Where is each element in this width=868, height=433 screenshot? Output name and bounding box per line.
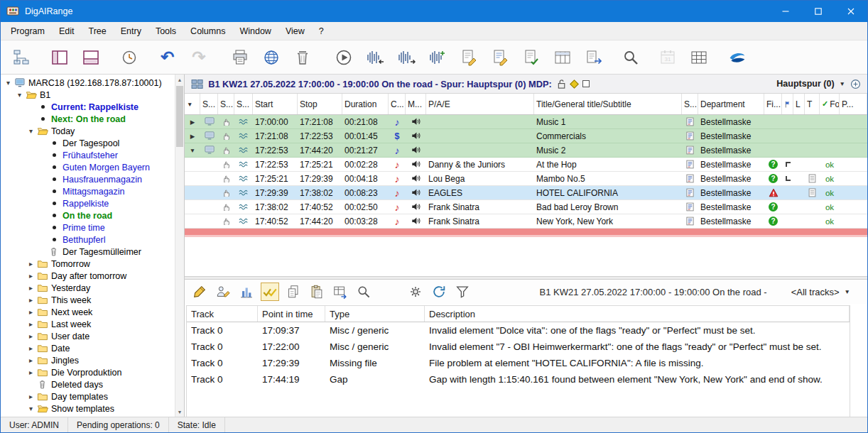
pencil-icon[interactable] <box>190 283 209 301</box>
grid-icon[interactable] <box>688 47 710 68</box>
process-icon[interactable] <box>406 283 425 301</box>
column-header-p[interactable]: P... <box>840 94 867 114</box>
column-header-stop[interactable]: Stop <box>298 94 342 114</box>
column-header-f3[interactable]: T <box>805 94 820 114</box>
unlock-icon[interactable] <box>557 79 566 89</box>
grid-row[interactable]: 17:38:0217:40:5200:02:50♪Frank SinatraBa… <box>185 200 867 214</box>
add-track-icon[interactable] <box>850 79 861 89</box>
paste-icon[interactable] <box>308 283 326 301</box>
tree-item[interactable]: ▸Day templates <box>1 390 175 402</box>
maximize-button[interactable] <box>802 1 835 22</box>
tree-item[interactable]: ▸Date <box>1 342 175 354</box>
wave-in-icon[interactable] <box>364 47 386 68</box>
column-header-c[interactable]: C... <box>389 94 406 114</box>
column-header-fi[interactable]: Fi... <box>764 94 782 114</box>
scroll-up-icon[interactable]: ▲ <box>175 75 184 84</box>
menu-columns[interactable]: Columns <box>183 22 232 40</box>
tree-item[interactable]: Frühaufsteher <box>1 149 175 161</box>
menu-tools[interactable]: Tools <box>148 22 183 40</box>
expander-open-icon[interactable]: ▾ <box>15 91 24 99</box>
wave-out-icon[interactable] <box>396 47 417 68</box>
row-expander-icon[interactable]: ▶ <box>190 133 195 140</box>
expander-closed-icon[interactable]: ▸ <box>26 368 36 376</box>
problems-column-point-in-time[interactable]: Point in time <box>258 306 325 322</box>
search-icon[interactable] <box>620 47 641 68</box>
tree-item[interactable]: Hausfrauenmagazin <box>1 173 175 185</box>
track-selector[interactable]: Hauptspur (0) <box>776 79 834 89</box>
tree-item[interactable]: ▸Tomorrow <box>1 258 175 270</box>
copy-icon[interactable] <box>284 283 303 301</box>
menu-entry[interactable]: Entry <box>114 22 148 40</box>
tree-item[interactable]: On the road <box>1 209 175 221</box>
problems-column-description[interactable]: Description <box>425 306 850 322</box>
logo-icon[interactable] <box>727 47 748 68</box>
column-header-department[interactable]: Department <box>698 94 764 114</box>
chart-icon[interactable] <box>237 283 256 301</box>
refresh-icon[interactable] <box>430 283 448 301</box>
layout-left-icon[interactable] <box>49 47 70 68</box>
tree-item[interactable]: ▸Yesterday <box>1 282 175 294</box>
validate-icon[interactable] <box>261 283 279 301</box>
expander-closed-icon[interactable]: ▸ <box>26 260 36 268</box>
search-icon[interactable] <box>354 283 373 301</box>
wave-mix-icon[interactable] <box>427 47 448 68</box>
expander-closed-icon[interactable]: ▸ <box>26 332 36 340</box>
tree-item[interactable]: ▾Today <box>1 125 175 137</box>
clock-icon[interactable] <box>119 47 140 68</box>
doc-edit2-icon[interactable] <box>489 47 511 68</box>
filter-icon[interactable] <box>453 283 472 301</box>
doc-transfer-icon[interactable] <box>583 47 604 68</box>
tree-item[interactable]: Betthupferl <box>1 234 175 246</box>
track-selector-caret-icon[interactable]: ▼ <box>840 80 845 87</box>
grid-row[interactable]: 17:25:2117:29:3900:04:18♪Lou BegaMambo N… <box>185 172 867 186</box>
expander-closed-icon[interactable]: ▸ <box>26 320 36 328</box>
menu-program[interactable]: Program <box>4 22 52 40</box>
row-expander-icon[interactable]: ▼ <box>190 147 195 154</box>
column-header-s4[interactable]: S... <box>682 94 698 114</box>
expander-open-icon[interactable]: ▾ <box>26 405 36 412</box>
grid-row[interactable]: ▶17:00:0017:21:0800:21:08♪Music 1Bestell… <box>185 115 867 129</box>
row-expander-icon[interactable]: ▶ <box>190 119 195 126</box>
minimize-button[interactable] <box>769 1 802 22</box>
problem-row[interactable]: Track 017:44:19GapGap with length 1:15:4… <box>187 371 850 388</box>
column-header-pae[interactable]: P/A/E <box>426 94 534 114</box>
problems-column-track[interactable]: Track <box>187 306 258 322</box>
tree-item[interactable]: Deleted days <box>1 378 175 390</box>
play-icon[interactable] <box>333 47 354 68</box>
tree-scrollbar[interactable]: ▲ ▼ <box>175 75 184 417</box>
tree-item[interactable]: Next: On the road <box>1 113 175 125</box>
tree-item[interactable]: Mittagsmagazin <box>1 185 175 197</box>
expander-closed-icon[interactable]: ▸ <box>26 296 36 304</box>
column-header-title[interactable]: Title/General title/Subtitle <box>534 94 682 114</box>
tree-item[interactable]: Rappelkiste <box>1 197 175 209</box>
globe-icon[interactable] <box>261 47 282 68</box>
menu-tree[interactable]: Tree <box>81 22 113 40</box>
tree-view-icon[interactable] <box>11 47 32 68</box>
expander-closed-icon[interactable]: ▸ <box>26 344 36 352</box>
menu-edit[interactable]: Edit <box>52 22 82 40</box>
menu-help[interactable]: ? <box>312 22 331 40</box>
table-music-icon[interactable] <box>552 47 573 68</box>
undo-icon[interactable]: ↶ <box>157 47 178 68</box>
grid-row[interactable]: 17:40:5217:44:2000:03:28♪Frank SinatraNe… <box>185 214 867 229</box>
grid-row[interactable]: 17:22:5317:25:2100:02:28♪Danny & the Jun… <box>185 158 867 172</box>
column-header-f1[interactable] <box>782 94 793 114</box>
problems-column-type[interactable]: Type <box>325 306 425 322</box>
menu-window[interactable]: Window <box>232 22 278 40</box>
expander-open-icon[interactable]: ▾ <box>4 79 13 87</box>
column-header-s2[interactable]: S... <box>218 94 234 114</box>
column-header-s3[interactable]: S... <box>234 94 253 114</box>
grid-row[interactable]: 17:29:3917:38:0200:08:23♪EAGLESHOTEL CAL… <box>185 186 867 200</box>
tree-item[interactable]: Der Tagespool <box>1 137 175 149</box>
column-header-s1[interactable]: S... <box>200 94 218 114</box>
print-icon[interactable] <box>229 47 251 68</box>
tree-item[interactable]: Der Tagesmülleimer <box>1 246 175 258</box>
doc-check-icon[interactable] <box>521 47 542 68</box>
tree-item[interactable]: Current: Rappelkiste <box>1 101 175 113</box>
tree-item[interactable]: ▸Last week <box>1 318 175 330</box>
scroll-thumb[interactable] <box>176 86 183 147</box>
tree-item[interactable]: ▾MARC18 (192.168.178.87:10001) <box>1 77 175 89</box>
table-export-icon[interactable] <box>331 283 349 301</box>
track-filter[interactable]: <All tracks> ▼ <box>791 287 850 297</box>
column-header-exp[interactable]: ▼ <box>185 94 200 114</box>
